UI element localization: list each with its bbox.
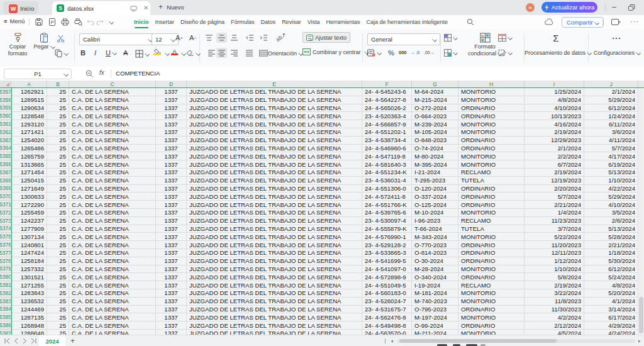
- cell-e[interactable]: JUZGADO DE LETRAS DEL TRABAJO DE LA SERE…: [187, 257, 362, 265]
- cell-e[interactable]: JUZGADO DE LETRAS DEL TRABAJO DE LA SERE…: [187, 201, 362, 209]
- cell-i[interactable]: 12/19/2023: [525, 177, 584, 185]
- cell-j[interactable]: 6/17/2024: [584, 313, 638, 321]
- row-header[interactable]: 5357: [0, 88, 11, 96]
- cell-b[interactable]: 25: [47, 145, 69, 153]
- cell-j[interactable]: 6/11/2024: [584, 120, 638, 128]
- increase-decimal-button[interactable]: ←.0: [411, 50, 419, 55]
- cell-c[interactable]: C.A. DE LA SERENA: [69, 289, 156, 298]
- cell-b[interactable]: 25: [47, 177, 69, 185]
- scroll-left-icon[interactable]: [390, 339, 394, 343]
- cell-b[interactable]: 25: [47, 169, 69, 177]
- cell-b[interactable]: 25: [47, 241, 69, 249]
- cell-g[interactable]: O-99-2024: [412, 321, 458, 330]
- align-bottom-button[interactable]: [230, 34, 238, 42]
- bold-button[interactable]: B: [80, 49, 86, 57]
- cell-b[interactable]: 25: [47, 137, 69, 145]
- row-header[interactable]: 5369: [0, 185, 11, 193]
- cell-f[interactable]: 23- 4-531675-7: [362, 306, 412, 314]
- align-left-button[interactable]: [208, 49, 216, 57]
- save-icon[interactable]: [35, 18, 43, 26]
- cell-i[interactable]: 5/8/2024: [525, 273, 584, 281]
- cell-g[interactable]: M-181-2024: [412, 289, 458, 298]
- cell-i[interactable]: 3/7/2024: [525, 225, 584, 233]
- row-header[interactable]: 5387: [0, 330, 11, 335]
- cell-b[interactable]: 25: [47, 193, 69, 201]
- cell-c[interactable]: C.A. DE LA SERENA: [69, 273, 156, 281]
- cell-e[interactable]: JUZGADO DE LETRAS DEL TRABAJO DE LA SERE…: [187, 249, 362, 257]
- cell-c[interactable]: C.A. DE LA SERENA: [69, 306, 156, 314]
- cell-g[interactable]: T-66-2024: [412, 225, 458, 233]
- cell-h[interactable]: RECLAMO: [458, 281, 525, 289]
- cell-b[interactable]: 25: [47, 152, 69, 160]
- cell-a[interactable]: 1254020: [11, 137, 47, 145]
- cell-i[interactable]: 4/2/2024: [525, 313, 584, 321]
- cell-f[interactable]: 24- 4-549498-8: [362, 321, 412, 330]
- cell-d[interactable]: 1337: [156, 257, 187, 265]
- undo-icon[interactable]: [86, 18, 95, 26]
- menu-button[interactable]: ≡ Menú: [4, 18, 25, 25]
- cell-e[interactable]: JUZGADO DE LETRAS DEL TRABAJO DE LA SERE…: [187, 128, 362, 137]
- cell-g[interactable]: M-239-2024: [412, 120, 458, 128]
- cell-a[interactable]: 1271255: [11, 281, 47, 289]
- first-sheet-icon[interactable]: [4, 338, 11, 344]
- cloud-sync-icon[interactable]: [545, 18, 554, 25]
- cell-h[interactable]: ORDINARIO: [458, 257, 525, 265]
- cell-d[interactable]: 1337: [156, 145, 187, 153]
- cell-b[interactable]: 25: [47, 281, 69, 289]
- cell-b[interactable]: 25: [47, 128, 69, 137]
- cell-f[interactable]: 24- 4-560183-0: [362, 289, 412, 298]
- cell-d[interactable]: 1337: [156, 112, 187, 120]
- cell-j[interactable]: 5/24/2024: [584, 273, 638, 281]
- row-header[interactable]: 5373: [0, 217, 11, 225]
- cell-i[interactable]: 11/30/2023: [525, 306, 584, 314]
- cell-e[interactable]: JUZGADO DE LETRAS DEL TRABAJO DE LA SERE…: [187, 193, 362, 201]
- row-header[interactable]: 5379: [0, 265, 11, 274]
- cell-c[interactable]: C.A. DE LA SERENA: [69, 313, 156, 321]
- cell-d[interactable]: 1337: [156, 233, 187, 241]
- cell-b[interactable]: 25: [47, 217, 69, 225]
- increase-indent-button[interactable]: [259, 34, 268, 42]
- cell-d[interactable]: 1337: [156, 201, 187, 209]
- redo-icon[interactable]: [96, 18, 104, 26]
- cell-g[interactable]: M-105-2024: [412, 128, 458, 137]
- tab-vista[interactable]: Vista: [307, 15, 321, 29]
- cell-j[interactable]: 1/18/2024: [584, 249, 638, 257]
- cell-h[interactable]: ORDINARIO: [458, 273, 525, 281]
- cell-d[interactable]: 1337: [156, 120, 187, 128]
- grow-font-button[interactable]: A+: [175, 34, 183, 42]
- cell-b[interactable]: 25: [47, 88, 69, 96]
- cell-j[interactable]: 5/20/2024: [584, 289, 638, 298]
- cell-f[interactable]: 24- 4-547119-8: [362, 152, 412, 160]
- cell-a[interactable]: 1313665: [11, 160, 47, 169]
- cell-a[interactable]: 1258184: [11, 257, 47, 265]
- cell-d[interactable]: 1337: [156, 128, 187, 137]
- cell-h[interactable]: MONITORIO: [458, 120, 525, 128]
- cell-a[interactable]: 1301521: [11, 273, 47, 281]
- fill-color-chevron[interactable]: [164, 52, 169, 55]
- cell-h[interactable]: MONITORIO: [458, 96, 525, 104]
- cell-j[interactable]: 4/17/2024: [584, 152, 638, 160]
- cell-f[interactable]: 24- 4-572411-8: [362, 193, 412, 201]
- cell-d[interactable]: 1337: [156, 88, 187, 96]
- cell-a[interactable]: 1250415: [11, 177, 47, 185]
- cell-j[interactable]: 3/5/2024: [584, 209, 638, 217]
- cell-c[interactable]: C.A. DE LA SERENA: [69, 298, 156, 306]
- cell-d[interactable]: 1337: [156, 313, 187, 321]
- cell-i[interactable]: 6/7/2024: [525, 160, 584, 169]
- cell-f[interactable]: 24- 4-562476-8: [362, 313, 412, 321]
- cell-a[interactable]: 1268948: [11, 321, 47, 330]
- cell-e[interactable]: JUZGADO DE LETRAS DEL TRABAJO DE LA SERE…: [187, 281, 362, 289]
- column-header-F[interactable]: F: [362, 81, 412, 87]
- cell-d[interactable]: 1337: [156, 241, 187, 249]
- cell-f[interactable]: 23- 4-536031-4: [362, 177, 412, 185]
- cell-c[interactable]: C.A. DE LA SERENA: [69, 169, 156, 177]
- zoom-formula-icon[interactable]: [86, 70, 94, 78]
- cell-j[interactable]: 6/12/2024: [584, 104, 638, 113]
- column-header-B[interactable]: B: [47, 81, 69, 87]
- cell-b[interactable]: 25: [47, 233, 69, 241]
- cell-h[interactable]: TUTELA: [458, 225, 525, 233]
- name-box[interactable]: P1: [4, 69, 72, 79]
- cell-c[interactable]: C.A. DE LA SERENA: [69, 281, 156, 289]
- row-header[interactable]: 5381: [0, 281, 11, 289]
- cell-g[interactable]: O-770-2023: [412, 241, 458, 249]
